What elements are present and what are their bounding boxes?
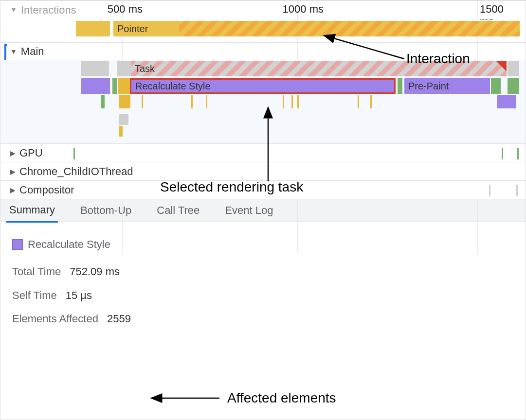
chevron-down-icon[interactable]: ▼ <box>10 6 17 14</box>
child-bar[interactable] <box>497 95 516 108</box>
interaction-bar[interactable] <box>76 21 110 36</box>
child-bar[interactable] <box>101 95 105 108</box>
self-time-key: Self Time <box>12 284 57 307</box>
recalc-color-swatch <box>12 239 23 250</box>
render-bar[interactable] <box>112 78 117 94</box>
summary-title: Recalculate Style <box>28 233 110 256</box>
summary-panel: Recalculate Style Total Time 752.09 ms S… <box>0 222 526 342</box>
elements-value: 2559 <box>107 307 131 331</box>
task-bar[interactable] <box>81 61 109 76</box>
elements-key: Elements Affected <box>12 307 98 331</box>
task-bar[interactable] <box>508 61 519 76</box>
pointer-bar-hatched[interactable] <box>179 21 520 36</box>
annotation-selected-task: Selected rendering task <box>160 179 303 195</box>
stub-bar[interactable] <box>119 114 128 125</box>
ruler-tick-label: 500 ms <box>108 3 145 16</box>
tab-call-tree[interactable]: Call Tree <box>154 199 202 222</box>
annotation-affected: Affected elements <box>227 390 336 406</box>
ruler-tick-label: 1000 ms <box>283 3 326 16</box>
prepaint-bar[interactable]: Pre-Paint <box>404 78 490 94</box>
render-bar[interactable] <box>491 78 501 94</box>
main-rendering-lane[interactable]: Recalculate Style Pre-Paint <box>0 77 526 95</box>
stub-bar[interactable] <box>119 126 123 137</box>
prepaint-label: Pre-Paint <box>408 81 449 92</box>
childio-label: Chrome_ChildIOThread <box>19 165 133 178</box>
total-time-key: Total Time <box>12 260 61 283</box>
main-label: Main <box>21 45 44 58</box>
long-task-warning-icon <box>496 61 507 71</box>
tab-event-log[interactable]: Event Log <box>222 199 276 222</box>
timeline-ruler: ▼ Interactions 500 ms 1000 ms 1500 ms <box>0 0 526 20</box>
main-children-lane[interactable] <box>0 95 526 114</box>
main-stub-lane[interactable] <box>0 114 526 143</box>
annotation-interaction: Interaction <box>406 51 470 67</box>
chevron-down-icon[interactable]: ▼ <box>10 48 17 55</box>
chevron-right-icon[interactable]: ▶ <box>10 168 16 175</box>
gpu-row[interactable]: ▶ GPU <box>0 143 526 162</box>
child-bar[interactable] <box>119 95 130 108</box>
render-bar[interactable] <box>81 78 110 94</box>
task-bar[interactable] <box>117 61 131 76</box>
pointer-bar[interactable]: Pointer <box>113 21 179 36</box>
render-bar[interactable] <box>508 78 519 94</box>
render-bar[interactable] <box>118 78 130 94</box>
interactions-lane[interactable]: Pointer <box>0 20 526 37</box>
pointer-label: Pointer <box>117 23 148 35</box>
recalculate-style-bar[interactable]: Recalculate Style <box>130 78 396 94</box>
recalc-label: Recalculate Style <box>135 81 211 92</box>
details-tabbar: Summary Bottom-Up Call Tree Event Log <box>0 199 526 222</box>
task-label: Task <box>135 63 155 74</box>
render-bar[interactable] <box>398 78 402 94</box>
interactions-label: Interactions <box>21 4 76 17</box>
tab-bottom-up[interactable]: Bottom-Up <box>77 199 134 222</box>
self-time-value: 15 µs <box>66 284 92 307</box>
total-time-value: 752.09 ms <box>70 260 120 283</box>
childio-row[interactable]: ▶ Chrome_ChildIOThread <box>0 162 526 180</box>
tab-summary[interactable]: Summary <box>6 199 58 223</box>
